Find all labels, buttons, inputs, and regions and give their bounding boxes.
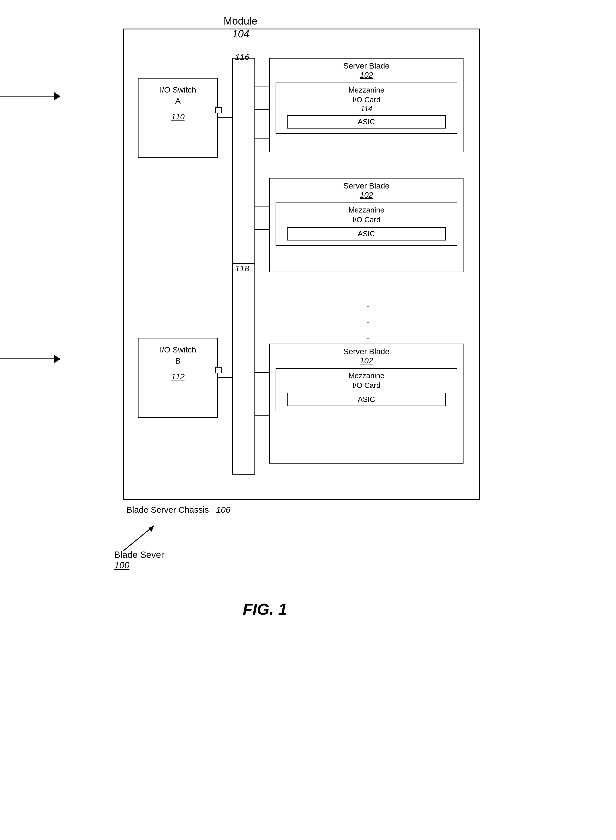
chassis-label: Blade Server Chassis 106	[126, 505, 230, 515]
server-blade-1-title: Server Blade	[270, 59, 463, 70]
io-switch-a-box: I/O SwitchA 110	[138, 78, 218, 158]
mezz-card-3: MezzanineI/O Card ASIC	[276, 368, 457, 411]
arrow-bottom-line	[0, 358, 57, 359]
arrow-bottom-head-right	[54, 355, 60, 363]
blade-server-label: Blade Sever 100	[114, 550, 172, 571]
asic-box-2: ASIC	[287, 227, 446, 240]
server-blade-2-title: Server Blade	[270, 179, 463, 191]
module-title: Module	[224, 15, 257, 27]
asic-label-1: ASIC	[358, 117, 375, 126]
server-blade-3-number: 102	[270, 356, 463, 365]
server-blade-2: Server Blade 102 MezzanineI/O Card ASIC	[269, 178, 463, 272]
bus118-to-blade3-line2	[255, 415, 270, 416]
arrow-top-line	[0, 96, 57, 97]
mezz-card-1-title: MezzanineI/O Card	[279, 85, 455, 105]
io-switch-b-box: I/O SwitchB 112	[138, 338, 218, 418]
asic-box-1: ASIC	[287, 115, 446, 129]
module-box: Module 104 I/O SwitchA 110 I/O SwitchB 1…	[123, 29, 480, 500]
server-blade-1: Server Blade 102 MezzanineI/O Card 114 A…	[269, 58, 463, 152]
arrow-top-head-right	[54, 92, 60, 100]
bus116-to-blade2-line	[255, 207, 270, 207]
mezz-card-3-title: MezzanineI/O Card	[279, 371, 455, 390]
mezz-card-2-title: MezzanineI/O Card	[279, 205, 455, 225]
server-blade-1-number: 102	[270, 70, 463, 80]
io-switch-a-number: 110	[138, 112, 217, 122]
fig-label: FIG. 1	[243, 600, 287, 619]
io-switch-b-label: I/O SwitchB	[138, 339, 217, 372]
io-switch-a-label: I/O SwitchA	[138, 79, 217, 112]
switch-b-to-bus-line	[218, 377, 233, 378]
io-switch-b-connector	[215, 367, 221, 373]
asic-box-3: ASIC	[287, 393, 446, 406]
mezz-card-2: MezzanineI/O Card ASIC	[276, 202, 457, 246]
blade-server-section: Blade Sever 100	[114, 520, 172, 571]
asic-label-3: ASIC	[358, 395, 375, 403]
io-switch-a-connector	[215, 107, 221, 113]
bus-116	[232, 58, 255, 264]
mezz-card-1-number: 114	[279, 105, 455, 113]
bus118-to-blade3-line	[255, 372, 270, 373]
blade-server-arrow-svg	[114, 520, 172, 554]
server-blade-3-title: Server Blade	[270, 344, 463, 356]
svg-line-0	[123, 526, 154, 551]
bus-118-label: 118	[235, 264, 249, 273]
diagram-container: Module 104 I/O SwitchA 110 I/O SwitchB 1…	[57, 12, 557, 840]
server-blade-3: Server Blade 102 MezzanineI/O Card ASIC	[269, 344, 463, 463]
bus118-to-blade3-line3	[255, 441, 270, 441]
mezz-card-1: MezzanineI/O Card 114 ASIC	[276, 82, 457, 134]
bus-118	[232, 264, 255, 475]
continuation-dots: ···	[367, 298, 370, 346]
server-blade-2-number: 102	[270, 191, 463, 199]
asic-label-2: ASIC	[358, 229, 375, 238]
io-switch-b-number: 112	[138, 372, 217, 381]
switch-a-to-bus-line	[218, 117, 233, 118]
bus116-to-blade1-line	[255, 86, 270, 87]
bus116-to-blade1-line2	[255, 109, 270, 110]
bus116-to-blade1-line3	[255, 138, 270, 139]
bus-116-label: 116	[235, 52, 249, 62]
module-number: 104	[232, 28, 249, 40]
bus116-to-blade2-line2	[255, 229, 270, 230]
svg-marker-1	[148, 526, 154, 532]
